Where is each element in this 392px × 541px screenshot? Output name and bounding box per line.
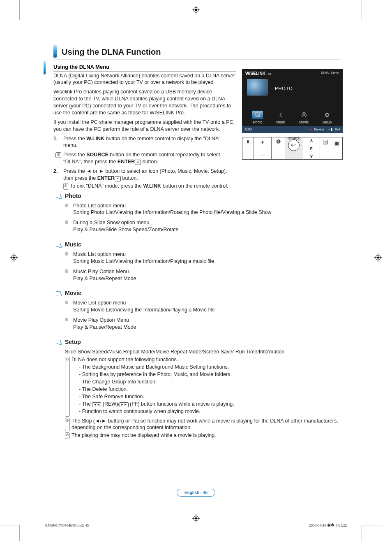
movie-icon: ⦿ bbox=[299, 111, 309, 119]
category-setup: Setup bbox=[53, 338, 341, 346]
category-movie: Movie bbox=[53, 289, 341, 297]
tv-screenshot: WISELINK Pro DLNA : Server PHOTO 🖼Photo … bbox=[242, 69, 343, 160]
setup-icon: ✿ bbox=[322, 111, 332, 119]
page-header: Using the DLNA Function bbox=[53, 45, 341, 60]
setup-note-2: The Skip (◄/► button) or Pause function … bbox=[71, 418, 341, 432]
setup-note-3: The playing time may not be displayed wh… bbox=[71, 432, 216, 439]
list-item: Music Play Option MenuPlay & Pause/Repea… bbox=[65, 268, 341, 282]
remote-p-label: P bbox=[303, 146, 320, 151]
rew-icon: ◄◄ bbox=[92, 402, 101, 407]
step-2: 2. Press the ◄ or ► button to select an … bbox=[53, 168, 236, 190]
imprint-file: BN68-01700M-ENG.indb 45 bbox=[45, 523, 89, 528]
crop-mark bbox=[362, 20, 382, 20]
page-number-badge: English - 45 bbox=[177, 489, 215, 497]
tv-footer-left: SUM bbox=[244, 128, 252, 132]
remote-source: SOURCE bbox=[285, 137, 303, 159]
remote-diagram: SOURCE P ▯▯ 🔳 bbox=[242, 137, 343, 160]
tv-screen: WISELINK Pro DLNA : Server PHOTO 🖼Photo … bbox=[242, 69, 343, 133]
imprint-timestamp: 2008-08-19 �� 5:01:22 bbox=[309, 523, 347, 528]
crop-mark bbox=[19, 0, 20, 20]
tv-icon-music: ♫Music bbox=[275, 111, 286, 125]
tv-source-label: DLNA : Server bbox=[321, 71, 339, 77]
page: Using the DLNA Function WISELINK Pro DLN… bbox=[0, 0, 392, 541]
intro-paragraph: If you install the PC share manager prog… bbox=[53, 119, 236, 133]
crop-mark bbox=[0, 525, 20, 525]
remote-mute bbox=[272, 137, 285, 159]
section-subheading: Using the DLNA Menu bbox=[53, 63, 236, 72]
list-item: Music List option menuSorting Music List… bbox=[65, 251, 341, 265]
photo-icon: 🖼 bbox=[252, 111, 263, 119]
intro-paragraph: DLNA (Digital Living Network Alliance) e… bbox=[53, 72, 236, 86]
note-icon: ⊘ bbox=[65, 357, 70, 417]
crop-mark bbox=[0, 20, 20, 20]
note-icon: ⊘ bbox=[65, 418, 70, 432]
crop-mark bbox=[362, 525, 382, 525]
list-item: Movie Play Option MenuPlay & Pause/Repea… bbox=[65, 317, 341, 331]
setup-line: Slide Show Speed/Music Repeat Mode/Movie… bbox=[65, 348, 341, 355]
tv-big-photo-tile bbox=[247, 79, 267, 95]
setup-note-1: DLNA does not support the following func… bbox=[71, 356, 341, 363]
step-1-source-alt: ☟ Press the SOURCE button on the remote … bbox=[53, 151, 236, 165]
tv-big-label: PHOTO bbox=[275, 86, 293, 92]
category-music: Music bbox=[53, 241, 341, 248]
note-icon: ⊘ bbox=[63, 183, 68, 190]
remote-seg bbox=[242, 137, 254, 159]
header-accent-bar bbox=[53, 45, 57, 58]
list-item: Movie List option menuSorting Movie List… bbox=[65, 300, 341, 313]
registration-mark-icon bbox=[192, 6, 200, 16]
imprint-footer: BN68-01700M-ENG.indb 45 2008-08-19 �� 5:… bbox=[45, 523, 347, 528]
tv-brand: WISELINK Pro bbox=[245, 71, 271, 77]
enter-icon: ↲ bbox=[115, 176, 121, 181]
dash-list: - The Background Music and Background Mu… bbox=[79, 364, 341, 415]
crop-mark bbox=[362, 0, 362, 20]
tv-icon-setup: ✿Setup bbox=[322, 111, 332, 125]
intro-paragraph: Wiselink Pro enables playing content sav… bbox=[53, 88, 236, 116]
enter-icon: ↲ bbox=[135, 160, 141, 165]
registration-mark-icon bbox=[374, 253, 382, 264]
step-1: 1. Press the W.LINK button on the remote… bbox=[53, 135, 236, 149]
remote-seg: 🔳 bbox=[331, 137, 342, 159]
remote-icon: ☟ bbox=[55, 152, 61, 158]
registration-mark-icon bbox=[10, 253, 18, 264]
list-item: During a Slide Show option menuPlay & Pa… bbox=[65, 219, 341, 233]
crop-mark bbox=[19, 525, 20, 541]
tv-footer-right: ■Device →▮Exit bbox=[307, 128, 340, 132]
tv-icon-movie: ⦿Movie bbox=[299, 111, 309, 125]
note-icon: ⊘ bbox=[65, 432, 70, 439]
music-icon: ♫ bbox=[275, 111, 286, 119]
remote-volume bbox=[254, 137, 272, 159]
list-item: Photo List option menuSorting Photo List… bbox=[65, 202, 341, 216]
remote-channel: P bbox=[303, 137, 320, 159]
crop-mark bbox=[362, 525, 362, 541]
ff-icon: ►► bbox=[120, 402, 129, 407]
category-photo: Photo bbox=[53, 192, 341, 200]
remote-seg: ▯▯ bbox=[320, 137, 332, 159]
page-title: Using the DLNA Function bbox=[62, 45, 161, 58]
tv-icon-photo: 🖼Photo bbox=[252, 111, 263, 125]
